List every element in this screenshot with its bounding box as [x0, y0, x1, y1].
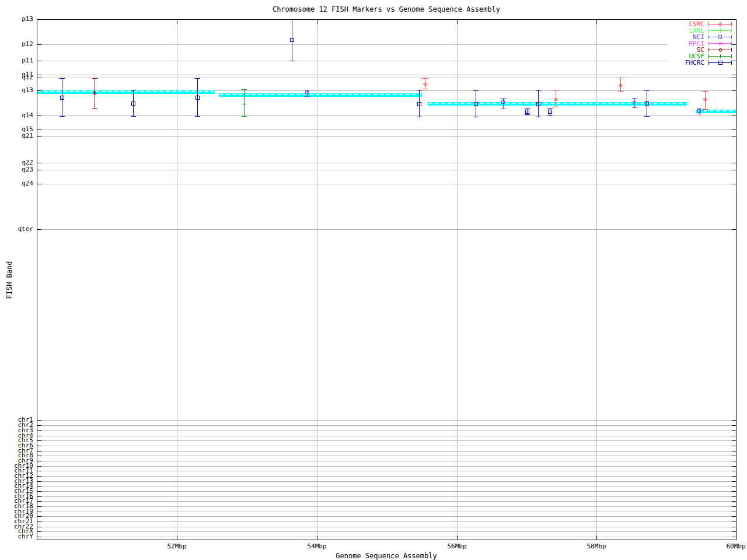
- data-point-fhcrc: [60, 78, 65, 117]
- data-point-fhcrc: [131, 90, 136, 117]
- y-axis-tick-right: [732, 476, 736, 477]
- error-bar-cap-bottom: [305, 96, 310, 97]
- error-bar-cap-bottom: [618, 91, 623, 92]
- error-bar-cap-bottom: [60, 116, 65, 117]
- y-axis-tick-left: [37, 476, 41, 477]
- error-bar-cap-bottom: [697, 114, 702, 114]
- error-bar-cap-bottom: [536, 117, 541, 117]
- y-axis-tick-left: [37, 501, 41, 502]
- legend-sample: [708, 28, 732, 33]
- x-tick-label: 56Mbp: [438, 543, 476, 550]
- error-bar-cap-top: [618, 78, 623, 78]
- error-bar-cap-bottom: [417, 117, 422, 117]
- y-axis-tick-right: [732, 130, 736, 130]
- data-point-fhcrc: [473, 90, 479, 117]
- legend-sample: [708, 34, 732, 40]
- y-axis-tick-left: [37, 451, 41, 452]
- x-axis-tick-top: [457, 20, 458, 24]
- y-axis-tick-left: [37, 496, 41, 497]
- y-axis-tick-left: [37, 130, 41, 130]
- y-axis-tick-left: [37, 184, 41, 184]
- marker-diamond: [423, 82, 427, 86]
- y-axis-tick-left: [37, 516, 41, 517]
- y-axis-tick-left: [37, 512, 41, 512]
- error-bar-cap-bottom: [242, 116, 247, 117]
- marker-square: [536, 102, 540, 106]
- y-axis-tick-left: [37, 78, 41, 78]
- error-bar-cap-top: [242, 89, 247, 90]
- y-axis-tick-right: [732, 471, 736, 471]
- error-bar-cap-top: [473, 90, 479, 91]
- legend-sample: [708, 60, 732, 65]
- legend-sample-cap: [731, 29, 732, 33]
- legend-sample-cap: [731, 48, 732, 52]
- y-axis-tick-right: [732, 466, 736, 467]
- error-bar-cap-bottom: [501, 108, 506, 109]
- y-axis-tick-right: [732, 481, 736, 482]
- error-bar-cap-bottom: [423, 89, 428, 89]
- y-axis-tick-right: [732, 61, 736, 61]
- y-axis-tick-left: [37, 537, 41, 537]
- chart-canvas: Chromosome 12 FISH Markers vs Genome Seq…: [0, 0, 747, 560]
- y-axis-tick-right: [732, 19, 736, 20]
- error-bar-cap-bottom: [547, 116, 553, 116]
- data-point-fhcrc: [289, 19, 295, 61]
- data-point-fhcrc: [525, 108, 530, 115]
- y-axis-tick-left: [37, 44, 41, 45]
- error-bar-cap-bottom: [473, 117, 479, 117]
- y-axis-tick-left: [37, 116, 41, 116]
- data-point-ucsf: [242, 89, 247, 117]
- y-axis-tick-right: [732, 184, 736, 184]
- y-tick-label: q13: [22, 88, 33, 93]
- error-bar-cap-bottom: [131, 116, 136, 117]
- marker-diamond: [718, 48, 722, 52]
- y-axis-tick-left: [37, 425, 41, 426]
- y-axis-tick-right: [732, 496, 736, 497]
- data-point-nci: [632, 98, 637, 108]
- data-point-fhcrc: [417, 90, 422, 117]
- data-point-csmc: [618, 78, 623, 92]
- y-axis-tick-right: [732, 44, 736, 45]
- legend: CSMCLANLNCIRPCISCUCSFFHCRC: [668, 21, 732, 66]
- y-axis-tick-right: [732, 456, 736, 456]
- y-axis-tick-right: [732, 116, 736, 116]
- data-point-nci: [501, 98, 506, 109]
- error-bar-cap-bottom: [195, 116, 200, 117]
- y-axis-tick-left: [37, 75, 41, 75]
- y-axis-tick-left: [37, 19, 41, 20]
- y-axis-tick-right: [732, 537, 736, 537]
- y-axis-tick-left: [37, 522, 41, 522]
- y-tick-label: q12: [22, 75, 33, 80]
- y-axis-tick-right: [732, 531, 736, 532]
- data-point-fhcrc: [536, 90, 541, 117]
- error-bar-cap-top: [703, 91, 708, 92]
- y-axis-tick-left: [37, 436, 41, 436]
- marker-square-small: [501, 100, 505, 104]
- x-tick-label: 52Mbp: [158, 543, 196, 550]
- x-axis-tick-top: [736, 20, 736, 24]
- x-tick-label: 58Mbp: [578, 543, 615, 550]
- y-axis-tick-left: [37, 506, 41, 507]
- chart-title: Chromosome 12 FISH Markers vs Genome Seq…: [0, 5, 747, 13]
- data-point-nci: [697, 108, 702, 114]
- error-bar-cap-top: [644, 90, 650, 91]
- marker-square: [417, 102, 421, 106]
- marker-square: [645, 102, 649, 106]
- marker-square: [131, 102, 135, 106]
- y-axis-tick-right: [732, 446, 736, 446]
- legend-sample-cap: [731, 22, 732, 26]
- error-bar-cap-top: [131, 90, 136, 90]
- y-axis-tick-left: [37, 471, 41, 471]
- marker-diamond: [703, 97, 707, 102]
- error-bar-cap-top: [60, 78, 65, 79]
- y-axis-tick-right: [732, 90, 736, 91]
- marker-diamond: [554, 97, 558, 102]
- y-tick-label: q21: [22, 133, 33, 139]
- legend-sample: [708, 22, 732, 27]
- error-bar-cap-top: [632, 98, 637, 99]
- y-axis-tick-right: [732, 522, 736, 522]
- y-tick-label: p12: [22, 41, 33, 47]
- y-axis-tick-left: [37, 163, 41, 163]
- error-bar-cap-bottom: [525, 114, 530, 115]
- marker-square-small: [633, 101, 636, 104]
